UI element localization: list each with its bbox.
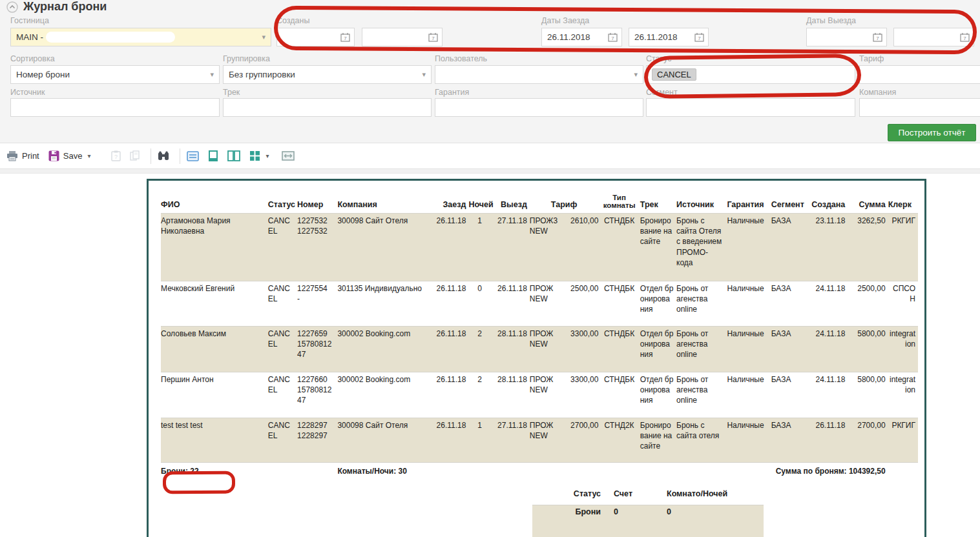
arrival-from-value: 26.11.2018 <box>547 32 590 42</box>
table-cell: 300098 Сайт Отеля <box>337 418 430 463</box>
toolbar-shadow-strip <box>0 169 980 174</box>
table-cell: 28.11.18 <box>494 327 530 372</box>
created-to-input[interactable]: 7 <box>362 28 443 46</box>
table-cell: 2 <box>468 327 493 372</box>
report-page: ФИО Статус Номер Компания Заезд Ночей Вы… <box>147 179 926 537</box>
guarantee-input[interactable] <box>435 98 643 117</box>
view-continuous-button[interactable] <box>187 151 199 161</box>
table-cell: Наличные <box>727 327 771 372</box>
totals-rooms-nights: Комнаты/Ночи: 30 <box>337 463 529 480</box>
group-value: Без группировки <box>229 70 295 79</box>
company-input[interactable] <box>859 98 980 117</box>
column-header: Сегмент <box>771 191 809 214</box>
table-cell: 5800,00 <box>848 327 888 372</box>
clipboard-button[interactable]: ? <box>111 150 121 161</box>
arrival-to-input[interactable]: 26.11.2018 7 <box>629 28 709 46</box>
column-header: Клерк <box>888 191 918 214</box>
arrival-from-input[interactable]: 26.11.2018 7 <box>541 28 622 46</box>
calendar-icon[interactable]: 7 <box>428 32 438 42</box>
column-header: Выезд <box>494 191 530 214</box>
table-cell: 26.11.18 <box>430 418 468 463</box>
calendar-icon[interactable]: 7 <box>340 32 350 42</box>
source-input[interactable] <box>10 98 220 117</box>
hotel-label: Гостиница <box>10 16 49 25</box>
summary-cell: 0 <box>667 505 764 537</box>
view-grid-button[interactable]: ▾ <box>249 150 269 161</box>
sort-label: Сортировка <box>10 54 55 63</box>
save-button[interactable]: Save ▾ <box>48 150 91 161</box>
filter-panel: Журнал брони Гостиница Созданы Даты Заез… <box>0 0 980 143</box>
hotel-value: MAIN - <box>16 32 43 42</box>
status-label: Статус <box>646 54 672 63</box>
table-cell: 5800,00 <box>848 372 888 418</box>
table-cell: Отдел бронирования <box>640 327 676 372</box>
table-cell: 27.11.18 <box>494 214 530 281</box>
table-cell: 1227554 - <box>297 281 337 327</box>
calendar-icon[interactable]: 7 <box>694 32 704 42</box>
table-cell: Бронирование на сайте <box>640 418 676 463</box>
table-cell: 24.11.18 <box>809 372 848 418</box>
table-cell: ПРОЖ NEW <box>530 372 561 418</box>
print-button[interactable]: Print <box>6 151 39 161</box>
copy-button[interactable] <box>130 150 140 161</box>
calendar-icon[interactable]: 7 <box>960 32 970 42</box>
guarantee-label: Гарантия <box>435 88 469 97</box>
status-chip[interactable]: CANCEL <box>652 68 696 81</box>
find-button[interactable] <box>158 151 169 161</box>
table-cell: БАЗА <box>771 214 809 281</box>
track-input[interactable] <box>223 98 432 117</box>
page-width-icon <box>282 151 295 161</box>
arrival-to-value: 26.11.2018 <box>634 32 678 42</box>
table-cell: 300002 Booking.com <box>337 372 430 418</box>
view-facing-pages-button[interactable] <box>227 150 240 161</box>
segment-input[interactable] <box>646 98 855 117</box>
arrival-label: Даты Заезда <box>541 16 589 25</box>
group-label: Группировка <box>223 54 270 63</box>
build-report-button[interactable]: Построить отчёт <box>888 124 976 141</box>
table-cell: 1228297 1228297 <box>297 418 337 463</box>
column-header: Гарантия <box>727 191 771 214</box>
departure-to-input[interactable]: 7 <box>893 28 974 46</box>
sort-select[interactable]: Номер брони <box>10 65 220 84</box>
hotel-select[interactable]: MAIN - <box>10 28 271 46</box>
table-cell: БАЗА <box>771 327 809 372</box>
table-cell: integration <box>888 327 918 372</box>
table-cell: 26.11.18 <box>430 281 468 327</box>
table-cell: СПСОН <box>888 281 918 327</box>
status-input[interactable]: CANCEL <box>646 65 855 84</box>
group-select[interactable]: Без группировки <box>223 65 432 84</box>
calendar-icon[interactable]: 7 <box>873 32 882 42</box>
table-cell: Бронь с сайта Отеля с введением ПРОМО-ко… <box>676 214 727 281</box>
summary-column-header: Статус <box>532 488 605 505</box>
created-from-input[interactable]: 7 <box>276 28 355 46</box>
table-cell: Першин Антон <box>161 372 268 418</box>
tariff-label: Тариф <box>859 54 884 63</box>
table-cell: СТНДБК <box>601 214 640 281</box>
segment-label: Сегмент <box>646 88 678 97</box>
table-cell: 3262,50 <box>848 214 888 281</box>
redacted-text <box>46 32 175 43</box>
table-cell: 26.11.18 <box>430 327 468 372</box>
summary-cell: 0 <box>605 505 667 537</box>
column-header: Компания <box>337 191 430 214</box>
source-label: Источник <box>10 88 45 97</box>
sort-value: Номер брони <box>16 70 70 79</box>
save-icon <box>48 150 59 161</box>
page-width-button[interactable] <box>282 151 295 161</box>
table-row: Соловьев МаксимCANCEL1227659 15780812473… <box>161 327 918 372</box>
table-cell: integration <box>888 372 918 418</box>
calendar-icon[interactable]: 7 <box>608 32 618 42</box>
table-cell: Наличные <box>727 372 771 418</box>
tariff-input[interactable] <box>859 65 980 84</box>
table-cell: БАЗА <box>771 281 809 327</box>
table-cell: 2700,00 <box>561 418 601 463</box>
summary-body: Брони00Проживание00 <box>532 505 764 537</box>
collapse-arrow-icon[interactable] <box>6 1 18 13</box>
printer-icon <box>6 151 18 161</box>
user-select[interactable] <box>435 65 643 84</box>
svg-text:?: ? <box>114 154 118 160</box>
table-cell: 26.11.18 <box>430 372 468 418</box>
view-single-page-button[interactable] <box>208 150 218 161</box>
save-label: Save <box>63 151 83 161</box>
departure-from-input[interactable]: 7 <box>806 28 887 46</box>
